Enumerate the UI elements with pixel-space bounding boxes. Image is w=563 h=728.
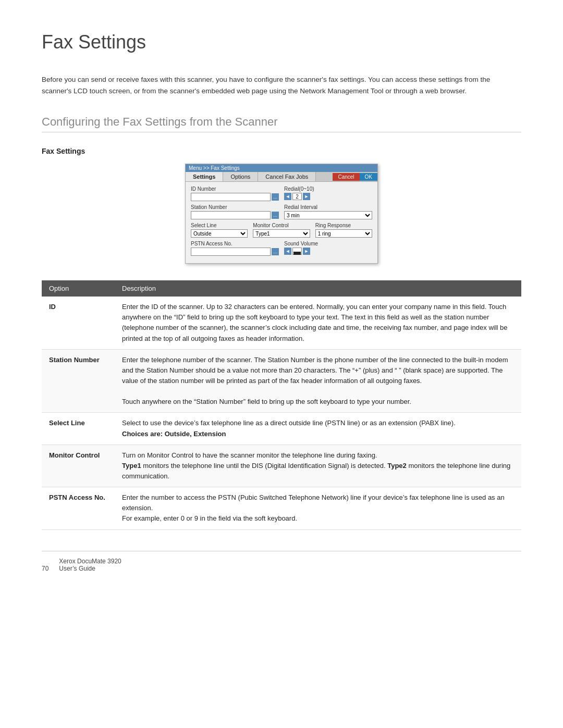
description-select-line: Select to use the device’s fax telephone… [115, 413, 521, 445]
tab-options[interactable]: Options [223, 172, 258, 181]
footer-product-info: Xerox DocuMate 3920 User’s Guide [59, 558, 121, 572]
sound-decrement-btn[interactable]: ◄ [284, 248, 291, 255]
subsection-heading: Fax Settings [42, 147, 521, 155]
redial-label: Redial(0~10) [284, 186, 372, 192]
dialog-titlebar: Menu >> Fax Settings [186, 164, 377, 172]
pstn-input-group: … [191, 248, 279, 256]
ring-response-select[interactable]: 1 ring [315, 229, 372, 238]
redial-interval-label: Redial Interval [284, 204, 372, 210]
ok-button[interactable]: OK [360, 173, 377, 181]
intro-text: Before you can send or receive faxes wit… [42, 74, 500, 96]
field-ring-response: Ring Response 1 ring [315, 223, 372, 238]
pstn-desc-main: Enter the number to access the PSTN (Pub… [122, 493, 505, 512]
field-redial: Redial(0~10) ◄ 2 ► [284, 186, 372, 200]
sound-volume-label: Sound Volume [284, 241, 372, 246]
station-desc-main: Enter the telephone number of the scanne… [122, 356, 508, 385]
description-monitor-control: Turn on Monitor Control to have the scan… [115, 445, 521, 487]
page-title: Fax Settings [42, 31, 521, 53]
select-line-select[interactable]: Outside [191, 229, 248, 238]
field-redial-interval: Redial Interval 3 min [284, 204, 372, 219]
sound-increment-btn[interactable]: ► [303, 248, 310, 255]
field-id-number: ID Number … [191, 186, 279, 201]
id-browse-btn[interactable]: … [272, 193, 279, 201]
station-number-label: Station Number [191, 204, 279, 210]
monitor-desc-main: Turn on Monitor Control to have the scan… [122, 451, 377, 459]
tab-cancel-fax-jobs[interactable]: Cancel Fax Jobs [258, 172, 316, 181]
dialog-tabs: Settings Options Cancel Fax Jobs Cancel … [186, 172, 377, 182]
field-pstn: PSTN Access No. … [191, 241, 279, 256]
redial-interval-select[interactable]: 3 min [284, 211, 372, 219]
option-select-line: Select Line [42, 413, 115, 445]
select-line-desc-main: Select to use the device’s fax telephone… [122, 419, 456, 427]
monitor-mid: monitors the telephone line until the DI… [141, 462, 388, 470]
option-pstn: PSTN Access No. [42, 487, 115, 529]
pstn-browse-btn[interactable]: … [272, 248, 279, 255]
id-number-input-group: … [191, 193, 279, 201]
station-desc-extra: Touch anywhere on the “Station Number” f… [122, 398, 411, 405]
row-station-redial-interval: Station Number … Redial Interval 3 min [191, 204, 372, 219]
id-number-label: ID Number [191, 186, 279, 192]
sound-value: ▄▄ [292, 248, 302, 255]
pstn-input[interactable] [191, 248, 271, 256]
table-row: ID Enter the ID of the scanner. Up to 32… [42, 297, 521, 349]
select-line-desc-bold: Choices are: Outside, Extension [122, 430, 226, 438]
station-browse-btn[interactable]: … [272, 212, 279, 219]
footer-page-number: 70 [42, 565, 48, 572]
monitor-control-select[interactable]: Type1 [253, 229, 310, 238]
field-select-line: Select Line Outside [191, 223, 248, 238]
monitor-control-label: Monitor Control [253, 223, 310, 228]
ring-response-label: Ring Response [315, 223, 372, 228]
col-description: Description [115, 280, 521, 297]
field-station-number: Station Number … [191, 204, 279, 219]
section-heading: Configuring the Fax Settings from the Sc… [42, 115, 521, 132]
row-line-monitor-ring: Select Line Outside Monitor Control Type… [191, 223, 372, 238]
select-line-label: Select Line [191, 223, 248, 228]
dialog-body: ID Number … Redial(0~10) ◄ 2 ► [186, 182, 377, 263]
table-row: Station Number Enter the telephone numbe… [42, 349, 521, 413]
id-number-input[interactable] [191, 193, 271, 201]
row-id-redial: ID Number … Redial(0~10) ◄ 2 ► [191, 186, 372, 201]
tab-settings[interactable]: Settings [186, 172, 223, 181]
station-number-input[interactable] [191, 211, 271, 219]
redial-value: 2 [292, 193, 302, 200]
dialog-container: Menu >> Fax Settings Settings Options Ca… [42, 164, 521, 264]
description-station-number: Enter the telephone number of the scanne… [115, 349, 521, 413]
fax-settings-dialog: Menu >> Fax Settings Settings Options Ca… [185, 164, 378, 264]
option-monitor-control: Monitor Control [42, 445, 115, 487]
redial-decrement-btn[interactable]: ◄ [284, 193, 291, 200]
field-sound-volume: Sound Volume ◄ ▄▄ ► [284, 241, 372, 255]
table-row: Monitor Control Turn on Monitor Control … [42, 445, 521, 487]
redial-increment-btn[interactable]: ► [303, 193, 310, 200]
options-table: Option Description ID Enter the ID of th… [42, 280, 521, 529]
monitor-type1: Type1 [122, 462, 141, 470]
redial-stepper: ◄ 2 ► [284, 193, 372, 200]
sound-volume-stepper: ◄ ▄▄ ► [284, 248, 372, 255]
table-row: PSTN Access No. Enter the number to acce… [42, 487, 521, 529]
table-row: Select Line Select to use the device’s f… [42, 413, 521, 445]
pstn-desc-extra: For example, enter 0 or 9 in the field v… [122, 514, 297, 522]
monitor-type2: Type2 [387, 462, 407, 470]
option-station-number: Station Number [42, 349, 115, 413]
description-id: Enter the ID of the scanner. Up to 32 ch… [115, 297, 521, 349]
description-pstn: Enter the number to access the PSTN (Pub… [115, 487, 521, 529]
option-id: ID [42, 297, 115, 349]
footer-guide: User’s Guide [59, 565, 121, 572]
row-pstn-sound: PSTN Access No. … Sound Volume ◄ ▄▄ ► [191, 241, 372, 256]
pstn-label: PSTN Access No. [191, 241, 279, 246]
footer-product: Xerox DocuMate 3920 [59, 558, 121, 565]
field-monitor-control: Monitor Control Type1 [253, 223, 310, 238]
station-number-input-group: … [191, 211, 279, 219]
footer: 70 Xerox DocuMate 3920 User’s Guide [42, 551, 521, 572]
col-option: Option [42, 280, 115, 297]
cancel-button[interactable]: Cancel [333, 173, 359, 181]
